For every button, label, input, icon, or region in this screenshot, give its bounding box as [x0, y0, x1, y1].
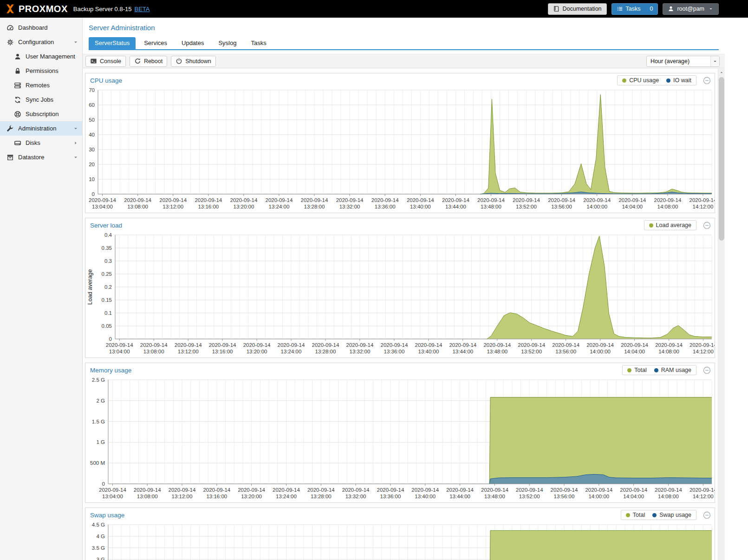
list-icon	[617, 6, 623, 12]
svg-text:0.25: 0.25	[102, 271, 112, 277]
chart-legend: TotalRAM usage	[622, 365, 696, 375]
svg-text:13:48:00: 13:48:00	[484, 494, 505, 499]
svg-text:2020-09-14: 2020-09-14	[371, 197, 399, 203]
svg-text:2020-09-14: 2020-09-14	[106, 342, 133, 348]
svg-text:14:12:00: 14:12:00	[693, 349, 714, 354]
svg-text:2020-09-14: 2020-09-14	[307, 487, 335, 493]
svg-text:13:44:00: 13:44:00	[449, 494, 470, 499]
console-button[interactable]: Console	[85, 56, 126, 67]
sidebar-item-configuration[interactable]: Configuration	[0, 35, 82, 49]
collapse-panel-icon[interactable]	[703, 366, 711, 374]
user-menu-button[interactable]: root@pam	[663, 3, 719, 15]
sidebar-item-disks[interactable]: Disks	[0, 136, 82, 150]
sidebar-item-subscription[interactable]: Subscription	[0, 107, 82, 121]
scrollbar-thumb[interactable]	[719, 77, 724, 241]
svg-text:2020-09-14: 2020-09-14	[169, 487, 196, 493]
chart-legend: Load average	[644, 220, 696, 230]
gear-icon	[7, 39, 14, 46]
svg-text:13:48:00: 13:48:00	[487, 349, 507, 354]
legend-dot-icon	[654, 368, 658, 372]
sidebar: DashboardConfigurationUser ManagementPer…	[0, 18, 83, 560]
svg-text:2020-09-14: 2020-09-14	[689, 342, 715, 348]
svg-text:2020-09-14: 2020-09-14	[175, 342, 202, 348]
lock-icon	[14, 67, 21, 75]
documentation-button[interactable]: Documentation	[548, 3, 606, 15]
chevron-down-icon[interactable]	[73, 126, 78, 131]
panel-cpu-usage: CPU usageCPU usageIO wait010203040506070…	[85, 73, 715, 213]
svg-text:2020-09-14: 2020-09-14	[481, 487, 508, 493]
svg-text:14:00:00: 14:00:00	[586, 204, 607, 209]
svg-text:13:24:00: 13:24:00	[276, 494, 297, 499]
svg-text:0: 0	[109, 336, 112, 342]
legend-dot-icon	[652, 513, 657, 517]
legend-dot-icon	[666, 78, 670, 83]
tasks-label: Tasks	[626, 6, 641, 12]
wrench-icon	[7, 125, 14, 132]
collapse-panel-icon[interactable]	[703, 221, 711, 229]
beta-link[interactable]: BETA	[134, 6, 150, 13]
chevron-down-icon[interactable]	[73, 39, 78, 45]
sidebar-item-user-management[interactable]: User Management	[0, 49, 82, 64]
sidebar-item-administration[interactable]: Administration	[0, 121, 82, 136]
scroll-up-icon[interactable]	[718, 69, 725, 76]
svg-text:50: 50	[89, 117, 95, 123]
svg-text:13:20:00: 13:20:00	[247, 349, 267, 354]
chevron-right-icon[interactable]	[73, 140, 78, 146]
button-label: Shutdown	[185, 58, 211, 65]
sidebar-item-permissions[interactable]: Permissions	[0, 64, 82, 78]
server-icon	[14, 82, 21, 89]
svg-text:13:08:00: 13:08:00	[143, 349, 164, 354]
timeframe-select[interactable]: Hour (average)	[646, 56, 720, 67]
combo-trigger[interactable]	[710, 56, 719, 66]
svg-text:13:08:00: 13:08:00	[127, 204, 148, 209]
console-icon	[90, 58, 97, 65]
support-icon	[14, 111, 21, 118]
legend-label: Total	[633, 512, 645, 518]
svg-text:13:44:00: 13:44:00	[452, 349, 473, 354]
svg-text:13:04:00: 13:04:00	[102, 494, 123, 499]
tab-services[interactable]: Services	[138, 37, 173, 49]
panel-server-load: Server loadLoad average00.050.10.150.20.…	[85, 218, 715, 358]
svg-text:3 G: 3 G	[96, 557, 105, 560]
tasks-button[interactable]: Tasks 0	[611, 3, 658, 15]
proxmox-logo-icon	[5, 3, 16, 14]
shutdown-button[interactable]: Shutdown	[171, 56, 216, 67]
app-title: Backup Server 0.8-15	[73, 6, 132, 13]
sidebar-item-sync-jobs[interactable]: Sync Jobs	[0, 92, 82, 107]
sidebar-item-remotes[interactable]: Remotes	[0, 78, 82, 92]
tab-syslog[interactable]: Syslog	[212, 37, 242, 49]
vertical-scrollbar[interactable]	[718, 69, 725, 560]
collapse-panel-icon[interactable]	[703, 77, 711, 85]
legend-dot-icon	[626, 513, 630, 517]
tab-updates[interactable]: Updates	[176, 37, 210, 49]
svg-text:Load average: Load average	[87, 269, 93, 305]
sidebar-item-dashboard[interactable]: Dashboard	[0, 20, 82, 35]
chevron-down-icon[interactable]	[73, 155, 78, 160]
svg-text:0.2: 0.2	[104, 284, 112, 290]
tab-serverstatus[interactable]: ServerStatus	[89, 37, 136, 49]
reboot-button[interactable]: Reboot	[130, 56, 167, 67]
legend-item: IO wait	[666, 77, 691, 84]
svg-text:4 G: 4 G	[96, 534, 105, 539]
svg-text:2020-09-14: 2020-09-14	[585, 487, 612, 493]
panels: CPU usageCPU usageIO wait010203040506070…	[85, 73, 715, 560]
chart-memory-usage: 0500 M1 G1.5 G2 G2.5 G2020-09-1413:04:00…	[85, 377, 715, 502]
svg-text:13:52:00: 13:52:00	[521, 349, 542, 354]
svg-text:2020-09-14: 2020-09-14	[243, 342, 271, 348]
tasks-count-badge: 0	[650, 6, 653, 12]
svg-text:0: 0	[102, 481, 105, 487]
svg-text:0.3: 0.3	[104, 258, 112, 264]
svg-text:13:44:00: 13:44:00	[445, 204, 466, 209]
user-label: root@pam	[677, 6, 704, 12]
collapse-panel-icon[interactable]	[703, 511, 711, 519]
svg-text:2020-09-14: 2020-09-14	[273, 487, 300, 493]
svg-text:3.5 G: 3.5 G	[92, 545, 105, 551]
svg-text:13:36:00: 13:36:00	[384, 349, 405, 354]
svg-text:13:28:00: 13:28:00	[315, 349, 336, 354]
sidebar-item-datastore[interactable]: Datastore	[0, 150, 82, 164]
svg-text:13:20:00: 13:20:00	[234, 204, 254, 209]
tab-tasks[interactable]: Tasks	[245, 37, 272, 49]
svg-text:1 G: 1 G	[96, 439, 105, 445]
svg-text:2020-09-14: 2020-09-14	[99, 487, 126, 493]
svg-text:14:04:00: 14:04:00	[622, 204, 643, 209]
